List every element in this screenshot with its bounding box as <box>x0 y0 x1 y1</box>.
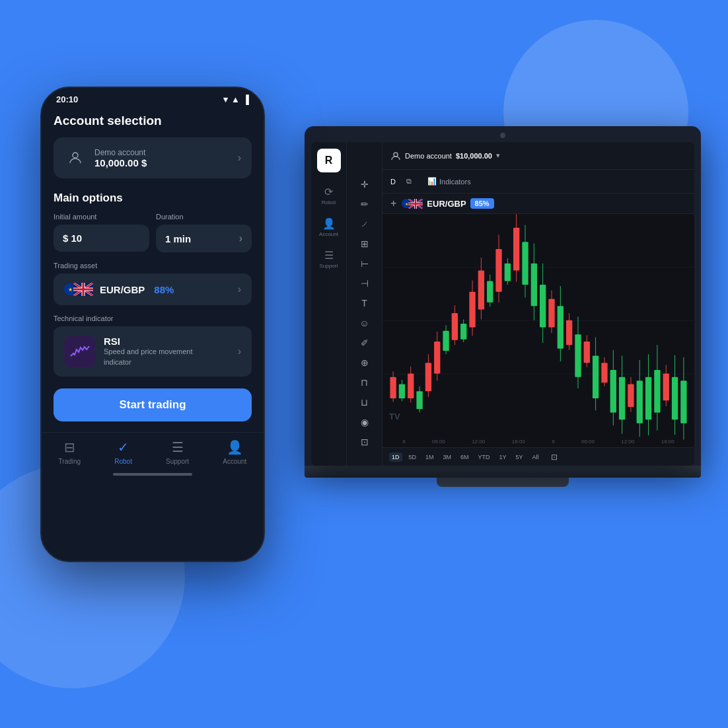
account-icon <box>64 147 87 169</box>
laptop-nav-support[interactable]: ☰ Support <box>314 245 344 273</box>
nav-account[interactable]: 👤 Account <box>223 439 246 465</box>
trading-asset-label: Trading asset <box>54 262 252 270</box>
laptop-nav-robot-label: Robot <box>322 200 336 205</box>
emoji-icon[interactable]: ☺ <box>355 314 374 332</box>
asset-name: EUR/GBP <box>100 284 145 295</box>
laptop-screen-outer: R ⟳ Robot 👤 Account ☰ Support <box>305 126 701 466</box>
duration-value: 1 min <box>165 233 191 244</box>
time-1m-button[interactable]: 1M <box>423 453 437 462</box>
crosshair-icon[interactable]: ✛ <box>355 175 374 194</box>
time-3m-button[interactable]: 3M <box>441 453 455 462</box>
svg-rect-25 <box>460 324 466 340</box>
laptop-screen: R ⟳ Robot 👤 Account ☰ Support <box>311 142 694 466</box>
asset-pct: 88% <box>154 284 174 295</box>
rsi-chevron-icon: › <box>238 346 241 357</box>
laptop-base <box>305 466 701 478</box>
initial-amount-label: Initial amount <box>54 213 149 221</box>
duration-input[interactable]: 1 min › <box>156 225 252 252</box>
initial-amount-input[interactable]: $ 10 <box>54 225 149 252</box>
robot-icon: ✓ <box>118 439 129 455</box>
nav-account-label: Account <box>223 458 246 465</box>
nav-trading-label: Trading <box>59 458 81 465</box>
svg-rect-15 <box>416 391 422 409</box>
indicators-button[interactable]: 📊 Indicators <box>427 177 471 186</box>
svg-point-0 <box>73 153 78 158</box>
pen-icon[interactable]: ✏ <box>355 195 374 213</box>
account-dropdown-icon[interactable]: ▾ <box>496 151 500 160</box>
laptop-account-balance: $10,000.00 <box>456 152 492 160</box>
laptop-pair-pct: 85% <box>470 198 494 209</box>
rsi-card[interactable]: RSI Speed and price movement indicator › <box>54 326 252 377</box>
account-card-left: Demo account 10,000.00 $ <box>64 147 147 169</box>
signal-icon: ▲ <box>231 94 240 104</box>
svg-rect-13 <box>408 373 414 398</box>
laptop: R ⟳ Robot 👤 Account ☰ Support <box>305 126 701 487</box>
svg-rect-49 <box>566 320 572 346</box>
tab-d[interactable]: D <box>390 178 396 186</box>
wifi-icon: ▾ <box>223 94 228 104</box>
magnet-icon[interactable]: ⊓ <box>355 373 374 392</box>
laptop-main: Demo account $10,000.00 ▾ D ⧉ <box>382 142 694 466</box>
shapes-icon[interactable]: ⊞ <box>355 235 374 253</box>
svg-rect-17 <box>425 363 431 391</box>
rsi-left: RSI Speed and price movement indicator <box>64 336 209 367</box>
svg-text:TV: TV <box>389 412 400 421</box>
nav-trading[interactable]: ⊟ Trading <box>59 439 81 465</box>
ruler-icon[interactable]: ⊣ <box>355 274 374 293</box>
chart-header: + ★ <box>382 194 694 214</box>
time-ytd-button[interactable]: YTD <box>476 453 493 462</box>
laptop-top-bar: Demo account $10,000.00 ▾ <box>382 142 694 170</box>
svg-rect-67 <box>645 377 651 420</box>
account-top-icon <box>390 151 401 161</box>
laptop-pair-name: EUR/GBP <box>427 199 466 209</box>
add-pair-button[interactable]: + <box>390 198 396 209</box>
bar-chart-icon: 📊 <box>427 177 437 186</box>
laptop-logo: R <box>317 149 341 172</box>
account-nav-icon: 👤 <box>227 439 243 455</box>
nav-support[interactable]: ☰ Support <box>166 439 189 465</box>
eye-icon[interactable]: ◉ <box>355 413 374 431</box>
replay-icon[interactable]: ⊡ <box>551 453 558 462</box>
trading-asset-card[interactable]: ★ EUR/GBP 88% › <box>54 273 252 305</box>
zoom-icon[interactable]: ⊕ <box>355 353 374 372</box>
svg-rect-9 <box>390 377 396 398</box>
trend-icon[interactable]: ⟋ <box>355 215 374 233</box>
trading-icon: ⊟ <box>64 439 75 455</box>
laptop-nav-account[interactable]: 👤 Account <box>314 213 344 241</box>
nav-robot[interactable]: ✓ Robot <box>114 439 132 465</box>
svg-rect-23 <box>452 313 458 340</box>
text-icon[interactable]: T <box>355 294 374 312</box>
svg-rect-45 <box>548 299 554 327</box>
time-5y-button[interactable]: 5Y <box>513 453 526 462</box>
time-1d-button[interactable]: 1D <box>389 453 402 462</box>
svg-rect-63 <box>628 384 634 407</box>
draw-icon[interactable]: ✐ <box>355 334 374 352</box>
nav-robot-label: Robot <box>114 458 132 465</box>
account-laptop-icon: 👤 <box>322 217 336 230</box>
laptop-account-info: Demo account $10,000.00 ▾ <box>390 151 500 161</box>
asset-chevron-icon: › <box>238 283 241 295</box>
svg-rect-53 <box>584 342 590 363</box>
svg-point-2 <box>394 153 398 157</box>
trash-icon[interactable]: ⊡ <box>355 433 374 451</box>
start-trading-button[interactable]: Start trading <box>54 388 252 421</box>
time-5d-button[interactable]: 5D <box>406 453 419 462</box>
svg-rect-29 <box>478 270 484 309</box>
svg-rect-47 <box>558 306 564 349</box>
time-1y-button[interactable]: 1Y <box>497 453 509 462</box>
svg-rect-73 <box>672 377 678 420</box>
candlestick-chart <box>382 214 694 447</box>
account-card[interactable]: Demo account 10,000.00 $ › <box>54 137 252 178</box>
svg-rect-65 <box>637 381 643 423</box>
laptop-stand <box>437 478 569 487</box>
time-all-button[interactable]: All <box>530 453 542 462</box>
svg-rect-39 <box>522 242 528 285</box>
measure-icon[interactable]: ⊢ <box>355 254 374 273</box>
duration-group: Duration 1 min › <box>156 213 252 252</box>
chart-time-labels: 8 06:00 12:00 18:00 9 06:00 12:00 18:00 <box>382 439 694 445</box>
time-6m-button[interactable]: 6M <box>458 453 472 462</box>
lock-icon[interactable]: ⊔ <box>355 393 374 412</box>
main-options-title: Main options <box>54 192 252 205</box>
tab-candles[interactable]: ⧉ <box>406 177 412 186</box>
laptop-nav-robot[interactable]: ⟳ Robot <box>314 182 344 209</box>
